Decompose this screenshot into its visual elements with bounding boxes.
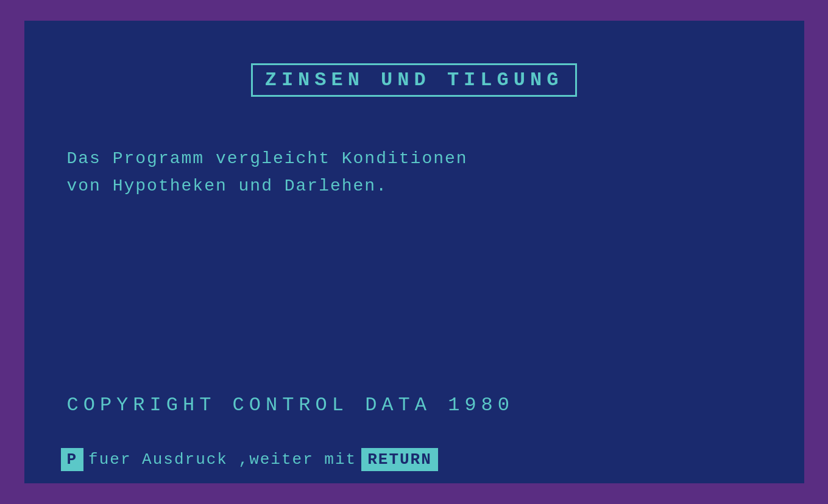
description-line1: Das Programm vergleicht Konditionen (67, 145, 768, 173)
key-p[interactable]: P (61, 448, 84, 471)
main-screen: ZINSEN UND TILGUNG Das Programm vergleic… (24, 21, 804, 483)
bottom-instruction-text: fuer Ausdruck ,weiter mit (88, 450, 356, 469)
description-block: Das Programm vergleicht Konditionen von … (67, 145, 768, 200)
description-line2: von Hypotheken und Darlehen. (67, 173, 768, 200)
bottom-bar: P fuer Ausdruck ,weiter mit RETURN (61, 448, 768, 471)
copyright-text: COPYRIGHT CONTROL DATA 1980 (67, 394, 768, 416)
title-box: ZINSEN UND TILGUNG (251, 63, 578, 97)
key-return[interactable]: RETURN (361, 448, 438, 471)
title-text: ZINSEN UND TILGUNG (265, 69, 564, 91)
title-area: ZINSEN UND TILGUNG (61, 63, 768, 97)
